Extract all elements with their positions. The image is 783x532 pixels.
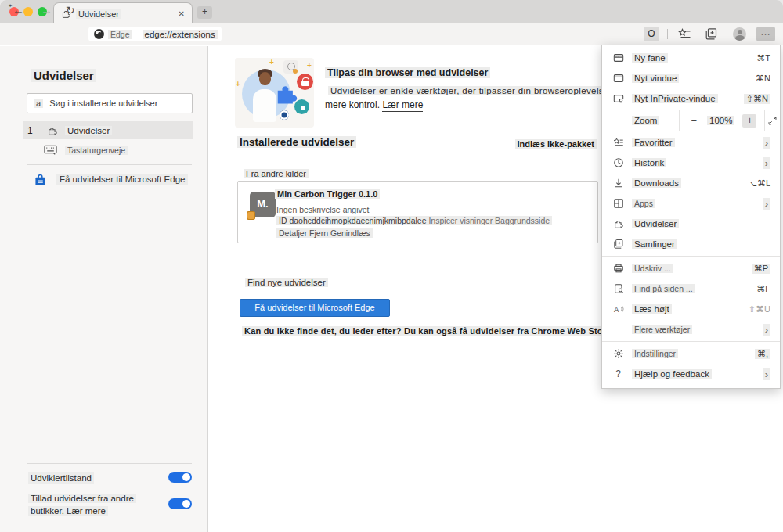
tab-close-icon[interactable]: ✕ bbox=[179, 9, 185, 18]
warning-badge-icon bbox=[247, 211, 255, 220]
developer-mode-label: Udviklertilstand bbox=[28, 472, 94, 484]
find-on-page-icon bbox=[612, 283, 625, 294]
minimize-window-button[interactable] bbox=[23, 7, 33, 16]
tab-bar: Udvidelser ✕ + bbox=[0, 0, 783, 23]
sidebar-item-udvidelser[interactable]: 1 Udvidelser bbox=[23, 121, 193, 139]
keyboard-icon bbox=[44, 145, 57, 155]
menu-item-settings[interactable]: Indstillinger ⌘, bbox=[602, 343, 780, 364]
search-box[interactable]: a bbox=[27, 93, 193, 113]
zoom-in-button[interactable]: + bbox=[742, 114, 756, 128]
sidebar-divider bbox=[27, 463, 192, 464]
extensions-sidebar: Udvidelser a 1 Udvidelser Tastaturgenvej… bbox=[0, 46, 208, 532]
from-other-sources-label: Fra andre kilder bbox=[244, 169, 309, 178]
allow-other-stores-row: Tillad udvidelser fra andre butikker. Læ… bbox=[28, 492, 192, 517]
sidebar-item-tastaturgenveje[interactable]: Tastaturgenveje bbox=[44, 145, 128, 155]
get-extensions-link-row[interactable]: Få udvidelser til Microsoft Edge bbox=[34, 174, 188, 186]
read-aloud-icon: A bbox=[612, 304, 625, 315]
tab-title: Udvidelser bbox=[76, 9, 121, 19]
menu-separator bbox=[602, 341, 780, 342]
collections-icon[interactable] bbox=[705, 27, 718, 41]
sidebar-title: Udvidelser bbox=[31, 69, 96, 82]
learn-more-link[interactable]: Lær mere bbox=[382, 99, 423, 112]
menu-item-favorites[interactable]: Favoritter › bbox=[602, 132, 780, 153]
dot-icon bbox=[280, 110, 289, 120]
find-new-extensions-heading: Find nye udvidelser bbox=[245, 278, 328, 287]
hero-subtitle-line2: mere kontrol. Lær mere bbox=[325, 99, 423, 110]
submenu-chevron-icon: › bbox=[763, 324, 770, 336]
shortcut: ⌘N bbox=[756, 74, 770, 84]
menu-item-find-on-page[interactable]: Find på siden ... ⌘F bbox=[602, 279, 780, 299]
menu-item-help-and-feedback[interactable]: ? Hjælp og feedback › bbox=[602, 364, 780, 384]
menu-item-more-tools[interactable]: Flere værktøjer › bbox=[602, 319, 780, 340]
menu-item-print[interactable]: Udskriv ... ⌘P bbox=[602, 258, 780, 279]
menu-item-extensions[interactable]: Udvidelser bbox=[602, 214, 780, 234]
puzzle-icon bbox=[47, 125, 58, 136]
address-bar[interactable]: Edge edge://extensions bbox=[88, 27, 222, 41]
hero-subtitle-line1: Udvidelser er enkle værktøjer, der tilpa… bbox=[328, 86, 612, 95]
get-extensions-link[interactable]: Få udvidelser til Microsoft Edge bbox=[56, 174, 188, 185]
search-input[interactable] bbox=[49, 99, 186, 108]
fullscreen-icon[interactable] bbox=[767, 116, 778, 126]
zoom-label: Zoom bbox=[632, 116, 659, 125]
zoom-out-button[interactable]: − bbox=[691, 115, 697, 127]
inspect-views-label: Inspicer visninger bbox=[428, 216, 493, 225]
forward-button[interactable]: → bbox=[41, 3, 52, 16]
menu-item-new-window[interactable]: Nyt vindue ⌘N bbox=[602, 68, 780, 88]
settings-and-more-button[interactable]: … bbox=[756, 27, 775, 41]
new-window-icon bbox=[612, 73, 625, 84]
menu-item-read-aloud[interactable]: A Læs højt ⇧⌘U bbox=[602, 299, 780, 319]
menu-item-new-tab[interactable]: Ny fane ⌘T bbox=[602, 48, 780, 68]
reload-extension-button[interactable]: Genindlæs bbox=[330, 228, 370, 238]
question-icon: ? bbox=[612, 368, 625, 379]
search-icon: a bbox=[34, 99, 43, 108]
pinned-extension-icon[interactable]: O bbox=[644, 27, 659, 41]
remove-button[interactable]: Fjern bbox=[309, 228, 328, 238]
background-page-link[interactable]: Baggrundsside bbox=[495, 216, 550, 225]
extension-id-line: ID daohcddcihmopkdaecnimjkmibpdalee Insp… bbox=[276, 216, 552, 225]
hero-title: Tilpas din browser med udvidelser bbox=[325, 67, 490, 78]
details-button[interactable]: Detaljer bbox=[279, 228, 307, 238]
extension-card: M. Min Carbon Trigger 0.1.0 Ingen beskri… bbox=[237, 181, 598, 243]
back-button[interactable]: ← bbox=[13, 3, 24, 16]
reload-button[interactable]: ↻ bbox=[66, 4, 75, 16]
apps-icon bbox=[612, 198, 625, 209]
history-icon bbox=[612, 157, 625, 168]
menu-item-downloads[interactable]: Downloads ⌥⌘L bbox=[602, 173, 780, 193]
sparkle-icon: + bbox=[269, 58, 274, 66]
new-tab-icon bbox=[612, 52, 625, 63]
profile-avatar[interactable] bbox=[733, 27, 746, 41]
svg-text:A: A bbox=[613, 305, 619, 314]
shortcut: ⌘F bbox=[756, 284, 770, 294]
site-label: Edge bbox=[108, 30, 132, 39]
shortcut: ⇧⌘U bbox=[749, 304, 770, 315]
toolbar-separator bbox=[667, 29, 668, 39]
extension-description: Ingen beskrivelse angivet bbox=[276, 205, 370, 214]
menu-item-apps[interactable]: Apps › bbox=[602, 193, 780, 214]
shortcut: ⇧⌘N bbox=[744, 94, 770, 104]
settings-and-more-menu: Ny fane ⌘T Nyt vindue ⌘N Nyt InPrivate-v… bbox=[601, 45, 781, 389]
gear-icon bbox=[612, 348, 625, 359]
plus-badge-icon: + bbox=[9, 2, 13, 9]
menu-item-new-inprivate-window[interactable]: Nyt InPrivate-vindue ⇧⌘N bbox=[602, 88, 780, 109]
get-extensions-button[interactable]: Få udvidelser til Microsoft Edge bbox=[240, 299, 390, 317]
extension-actions: Detaljer Fjern Genindlæs bbox=[276, 228, 373, 238]
menu-item-history[interactable]: Historik › bbox=[602, 153, 780, 173]
extension-name: Min Carbon Trigger 0.1.0 bbox=[275, 189, 380, 199]
incognito-chip-icon bbox=[283, 60, 298, 74]
lock-icon bbox=[297, 74, 313, 90]
new-tab-button[interactable]: + bbox=[197, 6, 212, 19]
favorites-list-icon[interactable] bbox=[678, 27, 691, 41]
submenu-chevron-icon: › bbox=[763, 137, 770, 149]
allow-other-stores-label: Tillad udvidelser fra andre butikker. Læ… bbox=[28, 492, 136, 517]
sidebar-item-label: Tastaturgenveje bbox=[65, 146, 128, 155]
zoom-separator bbox=[764, 110, 765, 131]
allow-other-stores-toggle[interactable] bbox=[168, 498, 192, 509]
chrome-web-store-note: Kan du ikke finde det, du leder efter? D… bbox=[242, 326, 614, 336]
sidebar-item-label: Udvidelser bbox=[65, 126, 112, 135]
developer-mode-toggle[interactable] bbox=[168, 472, 192, 483]
submenu-chevron-icon: › bbox=[763, 157, 770, 169]
installed-extensions-heading: Installerede udvidelser bbox=[237, 136, 356, 148]
load-unpacked-button[interactable]: Indlæs ikke-pakket bbox=[515, 139, 597, 149]
menu-item-collections[interactable]: Samlinger bbox=[602, 234, 780, 254]
zoom-separator bbox=[679, 110, 680, 131]
